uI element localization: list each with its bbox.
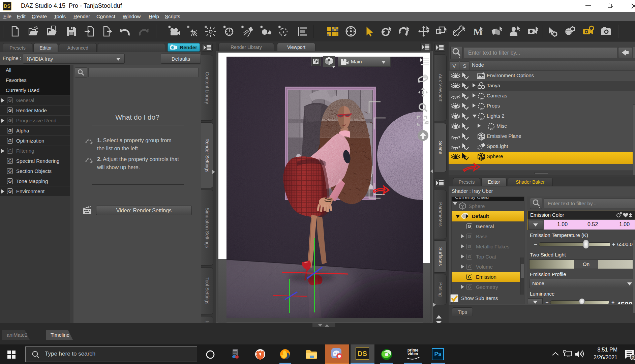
svg-text:2: 2 [632,355,634,360]
